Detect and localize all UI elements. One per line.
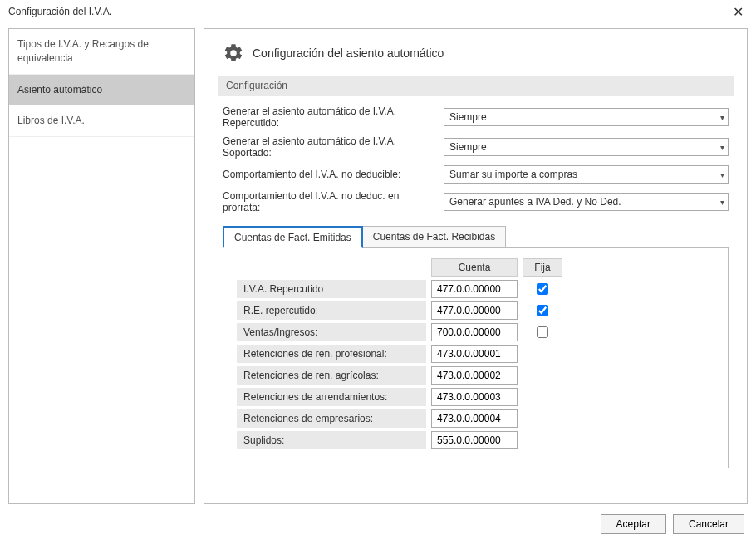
chevron-down-icon: ▾ <box>720 198 724 207</box>
tabs: Cuentas de Fact. EmitidasCuentas de Fact… <box>223 225 734 247</box>
account-row: Suplidos: <box>237 431 714 449</box>
field-select-value-3: Generar apuntes a IVA Ded. y No Ded. <box>449 196 621 208</box>
account-label: R.E. repercutido: <box>237 301 426 320</box>
field-select-value-2: Sumar su importe a compras <box>449 169 577 180</box>
close-icon[interactable]: ✕ <box>728 4 748 20</box>
account-row: Retenciones de arrendamientos: <box>237 388 714 406</box>
account-fija-checkbox[interactable] <box>537 305 548 316</box>
gear-icon <box>223 42 244 64</box>
field-select-3[interactable]: Generar apuntes a IVA Ded. y No Ded.▾ <box>444 193 729 211</box>
tab-pane-emitidas: Cuenta Fija I.V.A. RepercutidoR.E. reper… <box>223 247 729 468</box>
account-cuenta-input[interactable] <box>431 280 518 298</box>
field-select-value-1: Siempre <box>449 141 487 153</box>
field-label-1: Generar el asiento automático de I.V.A. … <box>223 135 439 159</box>
accept-button[interactable]: Aceptar <box>601 514 666 534</box>
account-row: R.E. repercutido: <box>237 301 714 320</box>
sidebar-item-0[interactable]: Tipos de I.V.A. y Recargos de equivalenc… <box>9 29 194 75</box>
footer: Aceptar Cancelar <box>0 507 756 544</box>
chevron-down-icon: ▾ <box>720 143 724 152</box>
account-cuenta-input[interactable] <box>431 301 518 320</box>
account-cuenta-input[interactable] <box>431 323 518 341</box>
page-title: Configuración del asiento automático <box>253 47 444 60</box>
chevron-down-icon: ▾ <box>720 113 724 122</box>
account-row: I.V.A. Repercutido <box>237 280 714 298</box>
main-panel: Configuración del asiento automático Con… <box>204 28 748 504</box>
account-label: Retenciones de ren. agrícolas: <box>237 366 426 385</box>
field-label-3: Comportamiento del I.V.A. no deduc. en p… <box>223 190 439 213</box>
sidebar-item-1[interactable]: Asiento automático <box>9 75 194 106</box>
account-label: Retenciones de empresarios: <box>237 409 426 428</box>
field-select-0[interactable]: Siempre▾ <box>444 108 729 126</box>
sidebar: Tipos de I.V.A. y Recargos de equivalenc… <box>8 28 195 504</box>
account-fija-cell <box>523 305 562 316</box>
account-cuenta-input[interactable] <box>431 388 518 406</box>
account-label: Retenciones de arrendamientos: <box>237 388 426 406</box>
content-area: Tipos de I.V.A. y Recargos de equivalenc… <box>0 23 756 507</box>
titlebar: Configuración del I.V.A. ✕ <box>0 0 756 23</box>
account-fija-cell <box>523 283 562 295</box>
accounts-body: I.V.A. RepercutidoR.E. repercutido:Venta… <box>237 280 714 449</box>
sidebar-item-2[interactable]: Libros de I.V.A. <box>9 105 194 137</box>
account-row: Retenciones de empresarios: <box>237 409 714 428</box>
account-cuenta-input[interactable] <box>431 366 518 385</box>
account-row: Retenciones de ren. profesional: <box>237 345 714 363</box>
account-label: Ventas/Ingresos: <box>237 323 426 341</box>
account-fija-checkbox[interactable] <box>537 283 548 295</box>
account-row: Retenciones de ren. agrícolas: <box>237 366 714 385</box>
account-cuenta-input[interactable] <box>431 345 518 363</box>
cancel-button[interactable]: Cancelar <box>673 514 744 534</box>
field-select-1[interactable]: Siempre▾ <box>444 138 729 156</box>
window-title: Configuración del I.V.A. <box>8 6 112 17</box>
tab-0[interactable]: Cuentas de Fact. Emitidas <box>223 226 363 248</box>
field-select-value-0: Siempre <box>449 111 487 123</box>
account-cuenta-input[interactable] <box>431 409 518 428</box>
chevron-down-icon: ▾ <box>720 170 724 179</box>
account-fija-cell <box>523 326 562 338</box>
account-fija-checkbox[interactable] <box>537 326 548 338</box>
header-fija: Fija <box>523 258 562 277</box>
field-label-2: Comportamiento del I.V.A. no deducible: <box>223 169 439 180</box>
tab-1[interactable]: Cuentas de Fact. Recibidas <box>362 226 506 248</box>
account-cuenta-input[interactable] <box>431 431 518 449</box>
account-label: Retenciones de ren. profesional: <box>237 345 426 363</box>
account-label: Suplidos: <box>237 431 426 449</box>
field-select-2[interactable]: Sumar su importe a compras▾ <box>444 165 729 184</box>
main-header: Configuración del asiento automático <box>218 37 734 76</box>
field-label-0: Generar el asiento automático de I.V.A. … <box>223 105 439 129</box>
config-form: Generar el asiento automático de I.V.A. … <box>218 105 734 225</box>
account-row: Ventas/Ingresos: <box>237 323 714 341</box>
accounts-header: Cuenta Fija <box>237 258 714 277</box>
account-label: I.V.A. Repercutido <box>237 280 426 298</box>
header-cuenta: Cuenta <box>431 258 518 277</box>
section-label: Configuración <box>218 76 734 96</box>
